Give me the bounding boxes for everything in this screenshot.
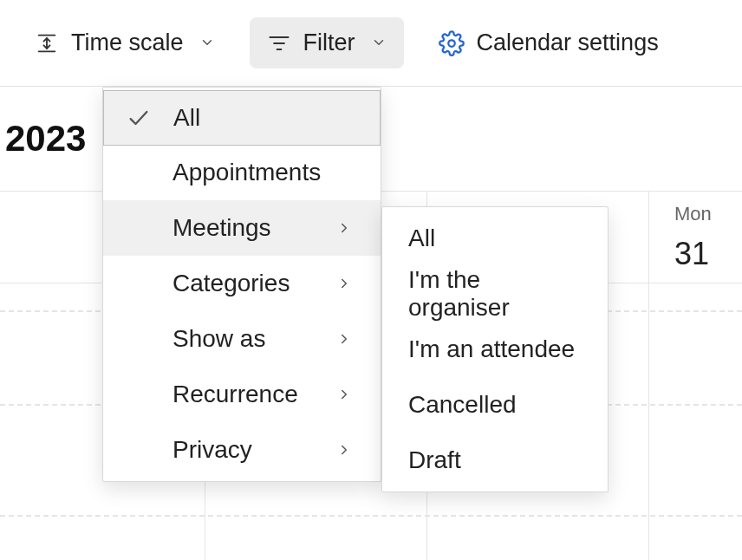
chevron-down-icon <box>371 29 387 56</box>
meetings-submenu-item-all[interactable]: All <box>382 211 608 266</box>
menu-item-label: I'm an attendee <box>408 335 582 363</box>
menu-item-label: Show as <box>172 325 327 353</box>
time-scale-icon <box>35 31 59 55</box>
meetings-submenu: All I'm the organiser I'm an attendee Ca… <box>381 206 609 492</box>
menu-item-label: All <box>408 225 582 252</box>
menu-item-label: Draft <box>408 446 582 474</box>
menu-item-label: I'm the organiser <box>408 266 582 322</box>
filter-menu: All Appointments Meetings Categories Sho… <box>102 87 381 482</box>
chevron-right-icon <box>327 387 361 402</box>
chevron-right-icon <box>327 442 361 458</box>
meetings-submenu-item-attendee[interactable]: I'm an attendee <box>382 322 608 377</box>
meetings-submenu-item-draft[interactable]: Draft <box>382 433 608 488</box>
header-year: 2023 <box>0 118 86 160</box>
filter-icon <box>267 31 291 55</box>
menu-item-label: Categories <box>172 270 327 297</box>
menu-item-label: All <box>173 104 326 132</box>
filter-menu-item-recurrence[interactable]: Recurrence <box>103 367 381 422</box>
chevron-down-icon <box>199 29 215 56</box>
filter-menu-item-all[interactable]: All <box>103 90 381 146</box>
calendar-settings-label: Calendar settings <box>477 29 659 56</box>
menu-item-label: Privacy <box>172 436 327 464</box>
filter-label: Filter <box>303 29 355 56</box>
menu-item-label: Cancelled <box>408 391 582 419</box>
filter-menu-item-meetings[interactable]: Meetings <box>103 200 381 256</box>
calendar-settings-button[interactable]: Calendar settings <box>421 17 676 68</box>
filter-menu-item-categories[interactable]: Categories <box>103 256 381 311</box>
filter-menu-item-privacy[interactable]: Privacy <box>103 422 381 478</box>
filter-menu-item-appointments[interactable]: Appointments <box>103 145 381 200</box>
menu-item-label: Appointments <box>172 159 327 186</box>
filter-button[interactable]: Filter <box>250 17 404 68</box>
chevron-right-icon <box>327 276 361 291</box>
menu-item-label: Meetings <box>172 214 327 242</box>
day-number: 31 <box>674 236 709 272</box>
gear-icon <box>439 30 465 56</box>
time-scale-label: Time scale <box>71 29 184 56</box>
weekday-label: Mon <box>674 203 712 225</box>
svg-point-6 <box>448 40 455 47</box>
chevron-right-icon <box>327 331 361 347</box>
time-scale-button[interactable]: Time scale <box>17 17 232 68</box>
meetings-submenu-item-organiser[interactable]: I'm the organiser <box>382 266 608 322</box>
check-icon <box>104 106 173 130</box>
filter-menu-item-show-as[interactable]: Show as <box>103 311 381 367</box>
chevron-right-icon <box>327 220 361 236</box>
toolbar: Time scale Filter C <box>0 0 742 87</box>
menu-item-label: Recurrence <box>172 381 327 408</box>
meetings-submenu-item-cancelled[interactable]: Cancelled <box>382 377 608 433</box>
